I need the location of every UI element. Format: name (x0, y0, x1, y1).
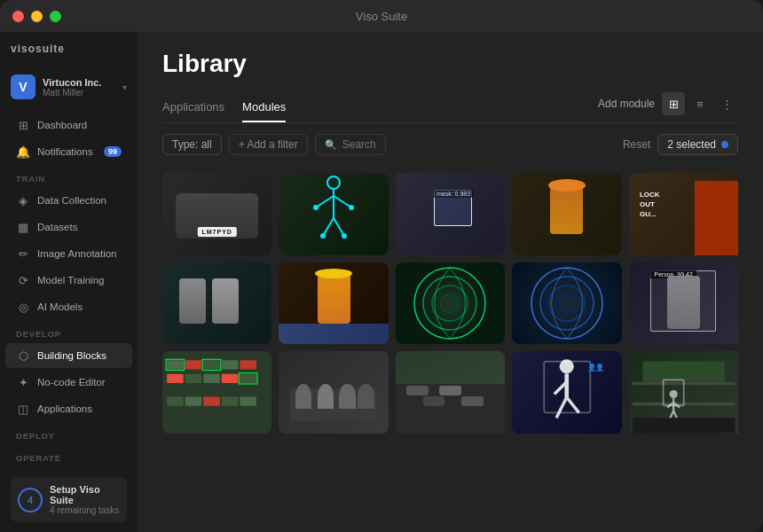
more-options-button[interactable]: ⋮ (715, 92, 738, 115)
toolbar: Type: all + Add a filter 🔍 Search Reset … (138, 123, 763, 166)
svg-rect-25 (185, 374, 202, 383)
training-icon: ⟳ (16, 273, 30, 287)
grid-view-button[interactable]: ⊞ (662, 92, 685, 115)
tab-applications[interactable]: Applications (162, 93, 224, 122)
minimize-button[interactable] (31, 11, 43, 22)
sidebar-item-label: Applications (37, 403, 92, 414)
filter-label: Type: all (172, 138, 212, 151)
svg-rect-21 (203, 360, 220, 369)
sidebar-item-label: Model Training (37, 275, 104, 286)
svg-point-9 (342, 233, 347, 239)
module-card-fire-panel[interactable]: LOCKOUTGU... (629, 173, 738, 255)
svg-rect-55 (632, 418, 735, 433)
sidebar-item-no-code-editor[interactable]: ✦ No-code Editor (5, 370, 132, 395)
setup-info: Setup Viso Suite 4 remaining tasks (50, 484, 120, 515)
sidebar-item-label: Dashboard (37, 120, 87, 130)
sidebar-item-image-annotation[interactable]: ✏ Image Annotation (5, 241, 132, 266)
bell-icon: 🔔 (16, 145, 30, 159)
sidebar-item-data-collection[interactable]: ◈ Data Collection (5, 188, 132, 213)
sidebar-item-building-blocks[interactable]: ⬡ Building Blocks (5, 343, 132, 368)
svg-line-40 (556, 397, 567, 418)
dashboard-icon: ⊞ (16, 118, 30, 132)
setup-subtitle: 4 remaining tasks (50, 505, 120, 515)
svg-point-6 (313, 205, 319, 210)
svg-rect-32 (222, 397, 239, 406)
add-filter-button[interactable]: + Add a filter (229, 134, 308, 155)
svg-rect-20 (185, 360, 202, 369)
view-toggle: ⊞ ≡ ⋮ (662, 92, 738, 115)
type-filter[interactable]: Type: all (162, 134, 222, 155)
sidebar-item-label: Building Blocks (37, 350, 106, 361)
selected-indicator (721, 141, 728, 148)
logo-text: visosuite (11, 43, 65, 55)
section-label-train: TRAIN (0, 165, 138, 187)
svg-point-7 (349, 205, 354, 210)
module-card-pedestrian[interactable]: 👤 👤 (512, 351, 621, 434)
reset-button[interactable]: Reset (623, 138, 650, 151)
add-module-button[interactable]: Add module (598, 98, 655, 110)
collapse-button[interactable]: ◂ Collapse (11, 526, 127, 532)
section-label-develop: DEVELOP (0, 320, 138, 342)
tab-modules[interactable]: Modules (242, 93, 286, 122)
sidebar-item-dashboard[interactable]: ⊞ Dashboard (5, 113, 132, 137)
module-card-spiral-blue[interactable] (512, 262, 621, 345)
sidebar-item-ai-models[interactable]: ◎ AI Models (5, 294, 132, 319)
module-card-car[interactable]: LM7PYD (162, 173, 271, 255)
sidebar-item-model-training[interactable]: ⟳ Model Training (5, 268, 132, 293)
sidebar-item-label: Notifications (37, 146, 93, 157)
search-icon: 🔍 (325, 139, 337, 151)
module-card-construction[interactable] (279, 262, 388, 345)
svg-point-16 (549, 286, 585, 321)
module-card-people-group[interactable] (162, 262, 271, 345)
module-card-cars-road[interactable] (396, 351, 505, 434)
close-button[interactable] (12, 11, 24, 22)
svg-line-3 (334, 196, 351, 207)
sidebar-item-notifications[interactable]: 🔔 Notifications 99 (5, 139, 132, 164)
modules-grid: LM7PYD (162, 173, 738, 434)
svg-rect-30 (185, 397, 202, 406)
app-window: Viso Suite visosuite V Virtucon Inc. Mat… (0, 0, 763, 532)
sidebar-item-datasets[interactable]: ▦ Datasets (5, 215, 132, 239)
thumbnail (162, 262, 271, 345)
module-card-train-platform[interactable] (629, 351, 738, 434)
toolbar-right: Reset 2 selected (623, 134, 738, 155)
user-name: Matt Miller (43, 88, 122, 98)
svg-rect-19 (167, 360, 184, 369)
thumbnail (279, 173, 388, 255)
toolbar-filters: Type: all + Add a filter 🔍 Search (162, 134, 616, 155)
sidebar-item-applications[interactable]: ◫ Applications (5, 396, 132, 421)
annotation-icon: ✏ (16, 246, 30, 261)
module-card-person-detect[interactable]: Person, 99.42 (629, 262, 738, 345)
sidebar: visosuite V Virtucon Inc. Matt Miller ▾ … (0, 32, 138, 532)
list-view-button[interactable]: ≡ (688, 92, 712, 115)
maximize-button[interactable] (50, 11, 61, 22)
svg-point-0 (327, 176, 340, 189)
module-card-worker[interactable] (512, 173, 621, 255)
selected-badge: 2 selected (657, 134, 738, 155)
sidebar-footer: 4 Setup Viso Suite 4 remaining tasks ◂ C… (0, 466, 138, 532)
svg-rect-29 (167, 397, 184, 406)
svg-rect-24 (167, 374, 184, 383)
module-card-spiral-green[interactable] (396, 262, 505, 345)
svg-line-4 (323, 218, 334, 236)
module-card-parking[interactable] (162, 351, 271, 434)
account-switcher[interactable]: V Virtucon Inc. Matt Miller ▾ (0, 69, 138, 105)
module-card-face-detect[interactable]: mask: 0.983 (396, 173, 505, 255)
thumbnail (279, 262, 388, 345)
sidebar-item-label: Image Annotation (37, 248, 117, 259)
svg-line-41 (567, 397, 579, 412)
grid-container[interactable]: LM7PYD (138, 166, 763, 532)
module-card-meeting[interactable] (279, 351, 388, 434)
setup-viso-suite[interactable]: 4 Setup Viso Suite 4 remaining tasks (11, 477, 127, 522)
sidebar-item-label: AI Models (37, 301, 83, 312)
thumbnail (162, 351, 271, 434)
setup-title: Setup Viso Suite (50, 484, 120, 505)
thumbnail: 👤 👤 (512, 351, 621, 434)
module-card-skeleton[interactable] (279, 173, 388, 255)
thumbnail: Person, 99.42 (629, 262, 738, 345)
search-input[interactable]: 🔍 Search (315, 134, 386, 155)
ai-icon: ◎ (16, 300, 30, 314)
titlebar: Viso Suite (0, 0, 763, 32)
svg-rect-26 (203, 374, 220, 383)
sidebar-logo: visosuite (0, 43, 138, 69)
